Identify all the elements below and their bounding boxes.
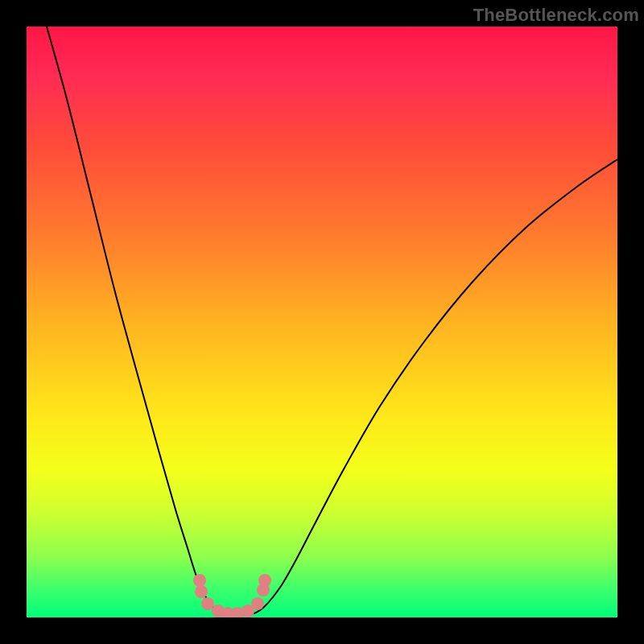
trough-marker [195, 585, 208, 598]
curve-right-arm [248, 159, 617, 615]
trough-marker [251, 597, 264, 610]
trough-marker [258, 574, 271, 587]
trough-marker [193, 574, 206, 587]
chart-plot-area [27, 27, 617, 617]
watermark-text: TheBottleneck.com [473, 5, 639, 26]
curve-left-arm [47, 27, 232, 615]
chart-line-layer [27, 27, 617, 617]
trough-marker [201, 597, 214, 610]
